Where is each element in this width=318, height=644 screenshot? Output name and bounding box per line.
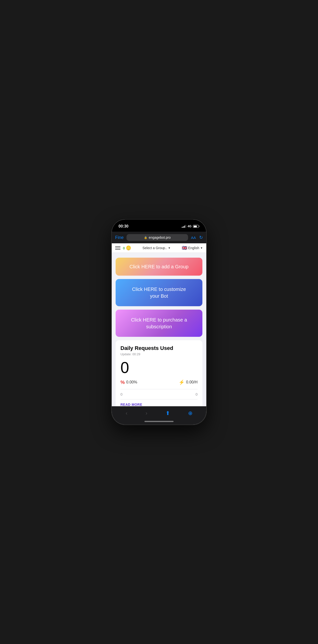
bottom-toolbar: ‹ › ⬆ ⊕ <box>112 406 206 420</box>
hamburger-line <box>115 246 121 247</box>
status-time: 00:30 <box>119 224 129 228</box>
flag-icon: 🇬🇧 <box>182 245 187 250</box>
lock-icon: 🔒 <box>144 236 147 239</box>
stats-count: 0 <box>121 360 197 376</box>
stats-divider <box>121 389 197 389</box>
hamburger-line <box>115 248 121 248</box>
browser-actions: AA ↻ <box>191 235 203 240</box>
customize-bot-button[interactable]: Click HERE to customizeyour Bot <box>116 279 202 306</box>
bookmarks-button[interactable]: ⊕ <box>186 409 195 418</box>
notch <box>143 220 175 227</box>
read-more-button[interactable]: READ MORE <box>121 402 142 406</box>
coin-count: 0 <box>123 246 125 250</box>
group-dropdown-arrow-icon: ▼ <box>168 246 171 250</box>
main-content: Click HERE to add a Group Click HERE to … <box>112 253 206 406</box>
browser-bar: Fine 🔒 engagebot.pro AA ↻ <box>112 232 206 243</box>
phone-frame: 00:30 4G Fine � <box>112 220 206 424</box>
coins-container[interactable]: 0 🪙 <box>123 245 131 250</box>
text-size-button[interactable]: AA <box>191 236 196 240</box>
language-dropdown-arrow-icon: ▼ <box>200 246 203 250</box>
lightning-icon: ⚡ <box>179 379 185 385</box>
group-selector-text: Select a Group.. <box>143 246 167 250</box>
language-selector[interactable]: 🇬🇧 English ▼ <box>182 245 203 250</box>
network-label: 4G <box>188 224 191 228</box>
purchase-subscription-label: Click HERE to purchase asubscription <box>131 317 187 329</box>
nav-bar: 0 🪙 Select a Group.. ▼ 🇬🇧 English ▼ <box>112 243 206 253</box>
stats-numbers-row: 0 0 <box>121 392 197 396</box>
percent-icon: % <box>121 380 125 385</box>
stats-title: Daily Requests Used <box>121 345 197 352</box>
home-bar <box>145 421 173 422</box>
screen: 00:30 4G Fine � <box>112 220 206 424</box>
share-button[interactable]: ⬆ <box>163 409 172 418</box>
battery-icon <box>193 225 199 228</box>
stats-metrics-row: % 0.00% ⚡ 0.00/H <box>121 379 197 385</box>
add-group-button[interactable]: Click HERE to add a Group <box>116 258 202 276</box>
language-text: English <box>188 246 199 250</box>
browser-url-bar[interactable]: 🔒 engagebot.pro <box>127 234 188 241</box>
stats-right-num: 0 <box>196 392 197 396</box>
home-indicator <box>112 420 206 424</box>
signal-bars-icon <box>182 225 186 228</box>
hamburger-line <box>115 249 121 250</box>
percent-metric: % 0.00% <box>121 380 137 385</box>
purchase-subscription-button[interactable]: Click HERE to purchase asubscription <box>116 310 202 337</box>
refresh-button[interactable]: ↻ <box>199 235 203 240</box>
stats-update-time: Update: 00:29 <box>121 352 197 356</box>
coin-icon: 🪙 <box>126 245 131 250</box>
browser-url-text: engagebot.pro <box>149 236 171 240</box>
group-selector[interactable]: Select a Group.. ▼ <box>134 246 179 250</box>
forward-navigation-button[interactable]: › <box>143 409 150 418</box>
stats-left-num: 0 <box>121 392 122 396</box>
stats-card: Daily Requests Used Update: 00:29 0 % 0.… <box>116 340 202 406</box>
stats-divider-2 <box>121 399 197 400</box>
rate-metric: ⚡ 0.00/H <box>179 379 197 385</box>
percent-value: 0.00% <box>126 380 137 384</box>
customize-bot-label: Click HERE to customizeyour Bot <box>132 286 186 299</box>
back-navigation-button[interactable]: ‹ <box>123 409 130 418</box>
rate-value: 0.00/H <box>186 380 197 384</box>
hamburger-menu-button[interactable] <box>115 246 121 250</box>
browser-back-button[interactable]: Fine <box>115 235 124 240</box>
status-icons: 4G <box>182 224 199 228</box>
